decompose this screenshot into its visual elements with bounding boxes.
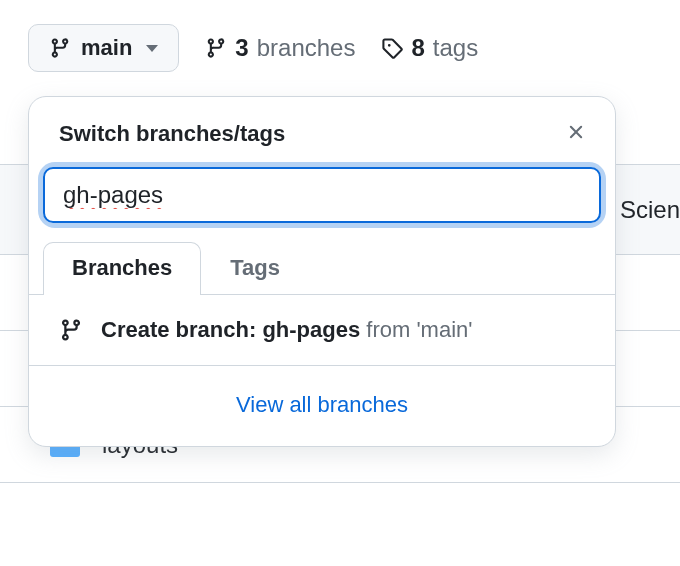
caret-down-icon xyxy=(146,45,158,52)
git-branch-icon xyxy=(205,37,227,59)
close-button[interactable] xyxy=(561,117,591,151)
create-branch-row[interactable]: Create branch: gh-pages from 'main' xyxy=(29,295,615,366)
branch-selector-button[interactable]: main xyxy=(28,24,179,72)
create-from: from 'main' xyxy=(360,317,472,342)
branches-link[interactable]: 3 branches xyxy=(205,34,355,62)
ref-type-tabs: Branches Tags xyxy=(29,241,615,295)
popover-header: Switch branches/tags xyxy=(29,97,615,167)
tab-tags[interactable]: Tags xyxy=(201,242,309,295)
create-prefix: Create branch: xyxy=(101,317,262,342)
commit-author-fragment: Scien xyxy=(620,196,680,224)
tab-branches[interactable]: Branches xyxy=(43,242,201,295)
view-all-branches-link[interactable]: View all branches xyxy=(236,392,408,417)
git-branch-icon xyxy=(59,318,83,342)
close-icon xyxy=(565,121,587,143)
view-all-wrap: View all branches xyxy=(29,366,615,446)
tags-label: tags xyxy=(433,34,478,62)
git-branch-icon xyxy=(49,37,71,59)
tags-link[interactable]: 8 tags xyxy=(381,34,478,62)
current-branch-label: main xyxy=(81,35,132,61)
tags-count: 8 xyxy=(411,34,424,62)
branch-search-input[interactable] xyxy=(43,167,601,223)
create-branch-text: Create branch: gh-pages from 'main' xyxy=(101,317,473,343)
branch-switcher-popover: Switch branches/tags Branches Tags Creat… xyxy=(28,96,616,447)
tag-icon xyxy=(381,37,403,59)
repo-toolbar: main 3 branches 8 tags xyxy=(0,0,680,96)
create-branch-name: gh-pages xyxy=(262,317,360,342)
popover-title: Switch branches/tags xyxy=(59,121,285,147)
branches-label: branches xyxy=(257,34,356,62)
branches-count: 3 xyxy=(235,34,248,62)
